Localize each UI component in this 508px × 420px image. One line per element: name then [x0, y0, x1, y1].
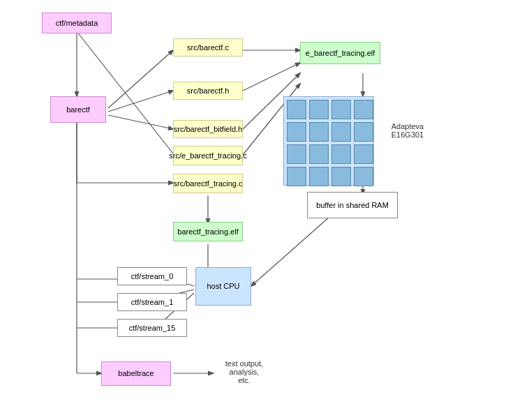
e-barectf-tracing-elf-box: e_barectf_tracing.elf: [300, 42, 380, 64]
ctf-stream-15-box: ctf/stream_15: [117, 319, 187, 337]
grid-cell: [309, 144, 329, 164]
grid-cell: [354, 100, 373, 119]
svg-line-5: [243, 63, 300, 91]
grid-cell: [309, 167, 329, 186]
src-barectf-h-label: src/barectf.h: [187, 86, 230, 96]
ctf-stream-15-label: ctf/stream_15: [129, 323, 176, 333]
grid-cell: [331, 144, 351, 164]
src-barectf-bitfield-h-box: src/barectf_bitfield.h: [173, 120, 243, 138]
babeltrace-box: babeltrace: [101, 361, 171, 386]
e-barectf-tracing-elf-label: e_barectf_tracing.elf: [306, 48, 375, 58]
buffer-shared-ram-box: buffer in shared RAM: [307, 192, 398, 218]
grid-cell: [331, 167, 351, 186]
grid-cell: [354, 144, 373, 164]
ctf-metadata-box: ctf/metadata: [42, 13, 112, 33]
grid-cell: [354, 122, 373, 142]
grid-cell: [287, 100, 306, 119]
src-barectf-bitfield-h-label: src/barectf_bitfield.h: [174, 124, 242, 134]
svg-line-3: [108, 115, 173, 129]
diagram: ctf/metadata barectf src/barectf.c src/b…: [0, 0, 508, 420]
grid-cell: [287, 122, 306, 142]
buffer-shared-ram-label: buffer in shared RAM: [316, 200, 389, 210]
grid-cell: [309, 100, 329, 119]
src-barectf-h-box: src/barectf.h: [173, 82, 243, 100]
grid-cell: [287, 167, 306, 186]
grid-cell: [354, 167, 373, 186]
svg-line-8: [77, 31, 173, 153]
src-barectf-c-box: src/barectf.c: [173, 38, 243, 57]
adapteva-grid: [283, 96, 374, 186]
barectf-box: barectf: [50, 96, 106, 123]
svg-line-1: [108, 50, 173, 108]
src-barectf-c-label: src/barectf.c: [187, 43, 229, 52]
ctf-metadata-label: ctf/metadata: [56, 18, 98, 28]
grid-cell: [331, 122, 351, 142]
barectf-tracing-elf-label: barectf_tracing.elf: [177, 227, 238, 237]
ctf-stream-1-box: ctf/stream_1: [117, 293, 187, 311]
babeltrace-label: babeltrace: [118, 368, 154, 378]
barectf-tracing-elf-box: barectf_tracing.elf: [173, 222, 243, 241]
grid-cell: [309, 122, 329, 142]
src-barectf-tracing-c-label: src/barectf_tracing.c: [173, 179, 242, 188]
host-cpu-label: host CPU: [207, 281, 239, 291]
ctf-stream-0-label: ctf/stream_0: [131, 271, 174, 281]
adapteva-label: Adapteva E16G301: [380, 122, 435, 139]
grid-cell: [287, 144, 306, 164]
src-barectf-tracing-c-box: src/barectf_tracing.c: [173, 174, 243, 193]
text-output-label: text output, analysis, etc.: [213, 359, 276, 384]
ctf-stream-1-label: ctf/stream_1: [131, 297, 174, 307]
grid-cell: [331, 100, 351, 119]
ctf-stream-0-box: ctf/stream_0: [117, 267, 187, 285]
arrows-layer: [0, 0, 508, 420]
host-cpu-box: host CPU: [195, 267, 251, 306]
src-e-barectf-tracing-c-box: src/e_barectf_tracing.c: [173, 146, 243, 165]
svg-line-2: [108, 91, 173, 112]
src-e-barectf-tracing-c-label: src/e_barectf_tracing.c: [169, 151, 246, 160]
barectf-label: barectf: [66, 105, 90, 114]
